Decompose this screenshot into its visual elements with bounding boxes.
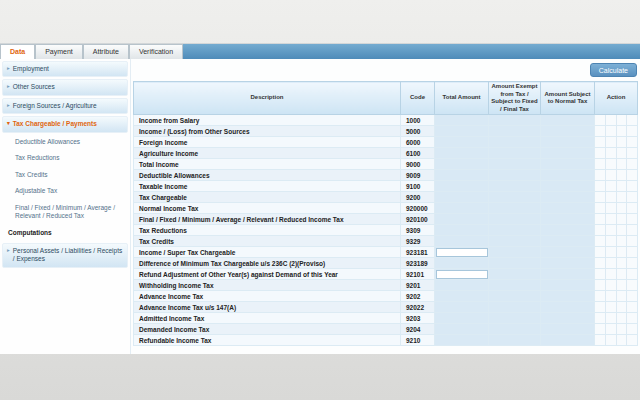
sidebar-item-employment[interactable]: ▸Employment bbox=[2, 61, 128, 77]
amount-exempt-cell bbox=[489, 291, 541, 302]
action-slot bbox=[627, 313, 637, 323]
sidebar-item-final-fixed-minimum-average-relevant-red[interactable]: Final / Fixed / Minimum / Average / Rele… bbox=[2, 201, 128, 224]
amount-exempt-cell bbox=[489, 313, 541, 324]
amount-normal-cell bbox=[541, 236, 595, 247]
action-slot bbox=[595, 269, 606, 279]
action-cell bbox=[595, 280, 638, 291]
action-slot bbox=[627, 280, 637, 290]
action-slot bbox=[627, 214, 637, 224]
action-cell bbox=[595, 291, 638, 302]
action-slot bbox=[617, 291, 628, 301]
sidebar-item-computations[interactable]: Computations bbox=[2, 225, 128, 240]
action-slot bbox=[606, 203, 617, 213]
sidebar-item-other-sources[interactable]: ▸Other Sources bbox=[2, 79, 128, 95]
action-slot bbox=[627, 335, 637, 345]
action-slot bbox=[595, 137, 606, 147]
total-amount-cell[interactable] bbox=[435, 247, 489, 258]
tab-payment[interactable]: Payment bbox=[35, 44, 83, 59]
action-cell bbox=[595, 269, 638, 280]
action-grid bbox=[595, 280, 637, 290]
total-amount-cell[interactable] bbox=[435, 269, 489, 280]
action-slot bbox=[606, 225, 617, 235]
row-code: 9203 bbox=[401, 313, 435, 324]
action-grid bbox=[595, 225, 637, 235]
row-description: Income from Salary bbox=[134, 115, 401, 126]
action-slot bbox=[627, 269, 637, 279]
sidebar-item-label: Computations bbox=[8, 229, 52, 237]
amount-normal-cell bbox=[541, 225, 595, 236]
row-description: Total Income bbox=[134, 159, 401, 170]
amount-normal-cell bbox=[541, 324, 595, 335]
table-row: Normal Income Tax920000 bbox=[134, 203, 638, 214]
action-slot bbox=[595, 225, 606, 235]
action-grid bbox=[595, 115, 637, 125]
sidebar-item-adjustable-tax[interactable]: Adjustable Tax bbox=[2, 184, 128, 198]
table-row: Deductible Allowances9009 bbox=[134, 170, 638, 181]
action-slot bbox=[627, 291, 637, 301]
sidebar-item-tax-chargeable-payments[interactable]: ▾Tax Chargeable / Payments bbox=[2, 116, 128, 132]
table-row: Advance Income Tax u/s 147(A)92022 bbox=[134, 302, 638, 313]
action-slot bbox=[606, 159, 617, 169]
column-header-description: Description bbox=[134, 82, 401, 115]
action-slot bbox=[617, 148, 628, 158]
total-amount-cell bbox=[435, 335, 489, 346]
sidebar-item-foreign-sources-agriculture[interactable]: ▸Foreign Sources / Agriculture bbox=[2, 98, 128, 114]
amount-normal-cell bbox=[541, 269, 595, 280]
amount-exempt-cell bbox=[489, 115, 541, 126]
action-cell bbox=[595, 313, 638, 324]
tab-verification[interactable]: Verification bbox=[129, 44, 183, 59]
sidebar-item-tax-reductions[interactable]: Tax Reductions bbox=[2, 151, 128, 165]
total-amount-cell bbox=[435, 148, 489, 159]
sidebar-item-deductible-allowances[interactable]: Deductible Allowances bbox=[2, 135, 128, 149]
tax-computation-table: DescriptionCodeTotal AmountAmount Exempt… bbox=[133, 81, 638, 346]
action-cell bbox=[595, 324, 638, 335]
amount-normal-cell bbox=[541, 291, 595, 302]
row-description: Deductible Allowances bbox=[134, 170, 401, 181]
calculate-button[interactable]: Calculate bbox=[590, 63, 637, 77]
amount-normal-cell bbox=[541, 126, 595, 137]
row-description: Advance Income Tax u/s 147(A) bbox=[134, 302, 401, 313]
row-description: Foreign Income bbox=[134, 137, 401, 148]
action-grid bbox=[595, 181, 637, 191]
action-cell bbox=[595, 225, 638, 236]
action-grid bbox=[595, 247, 637, 257]
row-code: 9210 bbox=[401, 335, 435, 346]
total-amount-cell bbox=[435, 126, 489, 137]
total-amount-cell bbox=[435, 170, 489, 181]
action-grid bbox=[595, 258, 637, 268]
row-description: Refund Adjustment of Other Year(s) again… bbox=[134, 269, 401, 280]
total-amount-cell bbox=[435, 324, 489, 335]
amount-normal-cell bbox=[541, 258, 595, 269]
sidebar-item-label: Other Sources bbox=[13, 83, 55, 91]
amount-exempt-cell bbox=[489, 280, 541, 291]
amount-normal-cell bbox=[541, 170, 595, 181]
sidebar-item-tax-credits[interactable]: Tax Credits bbox=[2, 168, 128, 182]
sidebar-item-label: Tax Reductions bbox=[15, 154, 59, 162]
row-code: 9000 bbox=[401, 159, 435, 170]
action-slot bbox=[627, 126, 637, 136]
action-slot bbox=[617, 181, 628, 191]
chevron-right-icon: ▸ bbox=[7, 65, 10, 73]
action-slot bbox=[617, 269, 628, 279]
total-amount-input[interactable] bbox=[436, 270, 488, 279]
action-slot bbox=[606, 170, 617, 180]
row-description: Final / Fixed / Minimum / Average / Rele… bbox=[134, 214, 401, 225]
tab-attribute[interactable]: Attribute bbox=[83, 44, 129, 59]
table-row: Foreign Income6000 bbox=[134, 137, 638, 148]
tab-data[interactable]: Data bbox=[0, 44, 35, 59]
table-row: Income / (Loss) from Other Sources5000 bbox=[134, 126, 638, 137]
action-grid bbox=[595, 137, 637, 147]
total-amount-cell bbox=[435, 258, 489, 269]
action-slot bbox=[627, 148, 637, 158]
table-row: Refundable Income Tax9210 bbox=[134, 335, 638, 346]
total-amount-input[interactable] bbox=[436, 248, 488, 257]
action-grid bbox=[595, 236, 637, 246]
amount-normal-cell bbox=[541, 192, 595, 203]
action-slot bbox=[627, 192, 637, 202]
amount-exempt-cell bbox=[489, 225, 541, 236]
sidebar-item-personal-assets-liabilities-receipts-exp[interactable]: ▸Personal Assets / Liabilities / Receipt… bbox=[2, 243, 128, 268]
action-slot bbox=[617, 203, 628, 213]
action-slot bbox=[606, 269, 617, 279]
table-row: Income / Super Tax Chargeable923181 bbox=[134, 247, 638, 258]
action-slot bbox=[627, 302, 637, 312]
